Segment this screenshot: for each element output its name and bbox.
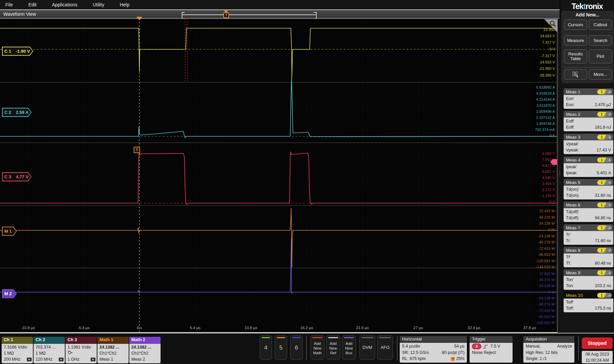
math-badge-m1[interactable]: M 1 — [2, 227, 17, 236]
channel-badge-c2[interactable]: C 22.59 A — [2, 108, 32, 117]
add-new-title: Add New... — [562, 12, 613, 17]
waveform-area: 29.221.95014.633 V7.317 V0 V-7.317 V-14.… — [0, 0, 560, 364]
datetime-display: 08 Aug 2023 11:00:24 AM — [582, 351, 613, 363]
dvm-button[interactable]: DVM — [359, 335, 375, 360]
svg-text:9.089 V: 9.089 V — [542, 151, 555, 155]
svg-text:-96.553 W: -96.553 W — [538, 253, 555, 257]
section-divider — [564, 67, 611, 67]
svg-text:10.8 µs: 10.8 µs — [245, 326, 257, 330]
meas-source-toggle[interactable]: 1 — [597, 135, 612, 140]
bandwidth-badge-icon: B — [91, 358, 95, 361]
acquisition-panel[interactable]: Acquisition Manual,Analyze High Res: 12 … — [523, 336, 574, 363]
add-new-ref-button[interactable]: Add New Ref — [326, 335, 340, 360]
meas-9-card[interactable]: Meas 91 Ton'Ton:103.2 ns — [564, 269, 613, 290]
svg-text:14.633 V: 14.633 V — [540, 34, 555, 38]
meas-3-card[interactable]: Meas 31 Vpeak'Vpeak:17.43 V — [564, 134, 613, 154]
ch1-settings-badge[interactable]: Ch 1 7.3166 V/div1 MΩ 200 MHzB — [2, 337, 33, 363]
meas-source-toggle[interactable]: 1 — [597, 270, 612, 275]
add-new-math-button[interactable]: Add New Math — [310, 335, 324, 360]
measure-button[interactable]: Measure — [564, 35, 587, 46]
channel-6-button[interactable]: 6 — [290, 335, 303, 360]
add-new-bus-button[interactable]: Add New Bus — [342, 335, 356, 360]
zoom-select-button[interactable] — [564, 69, 587, 80]
svg-text:-48.276 W: -48.276 W — [538, 302, 555, 306]
results-table-button[interactable]: Results Table — [564, 49, 587, 63]
meas-4-card[interactable]: Meas 41 Ipeak'Ipeak:5.401 A — [564, 156, 613, 177]
meas-source-toggle[interactable]: 1 — [597, 180, 612, 185]
svg-text:702.374 mA: 702.374 mA — [535, 128, 555, 132]
svg-text:-24.138 W: -24.138 W — [538, 234, 555, 238]
divider — [306, 336, 307, 360]
meas-source-toggle[interactable]: 1 — [597, 225, 612, 230]
meas-7-card[interactable]: Meas 71 Tr'Tr:71.60 ns — [564, 224, 613, 245]
meas-source-toggle[interactable]: 1 — [597, 248, 612, 253]
svg-text:32.4 µs: 32.4 µs — [468, 326, 480, 330]
svg-text:72.415 W: 72.415 W — [539, 272, 555, 276]
meas-source-toggle[interactable]: 1 — [597, 157, 612, 163]
oscilloscope-screen: File Edit Applications Utility Help Wave… — [0, 0, 614, 364]
divider — [397, 336, 397, 360]
ch3-settings-badge[interactable]: Ch 3 1.1361 V/div 1 GHzB — [65, 337, 97, 363]
svg-text:-120.691 W: -120.691 W — [536, 259, 555, 263]
meas-10-card[interactable]: Meas 101 Toff'Toff:175.3 ns — [564, 292, 613, 312]
meas-1-card[interactable]: Meas 11 Eon'Eon:2.470 µJ — [564, 88, 613, 109]
plot-button[interactable]: Plot — [589, 49, 612, 63]
cursors-button[interactable]: Cursors — [564, 19, 587, 30]
more-button[interactable]: More... — [589, 69, 612, 80]
svg-text:2.809496 A: 2.809496 A — [536, 109, 555, 113]
trigger-panel[interactable]: Trigger 3 7.5 V Noise Reject — [470, 336, 513, 363]
meas-source-toggle[interactable]: 1 — [597, 89, 612, 94]
afg-button[interactable]: AFG — [377, 335, 393, 360]
svg-text:5.4 µs: 5.4 µs — [190, 326, 201, 330]
svg-text:24.138 W: 24.138 W — [539, 284, 555, 288]
meas-8-card[interactable]: Meas 81 Tf'Tf:80.48 ns — [564, 247, 613, 267]
trigger-source-badge: 3 — [472, 344, 481, 349]
ch2-settings-badge[interactable]: Ch 2 702.374 ...1 MΩ 120 MHzB — [34, 337, 65, 363]
meas-2-card[interactable]: Meas 21 Eoff'Eoff:181.8 nJ — [564, 111, 613, 131]
svg-text:37.8 µs: 37.8 µs — [523, 326, 536, 330]
bottom-bar: Ch 1 7.3166 V/div1 MΩ 200 MHzB Ch 2 702.… — [0, 333, 614, 364]
callout-button[interactable]: Callout — [589, 19, 612, 30]
svg-text:48.276 W: 48.276 W — [539, 215, 555, 219]
math-badge-m2[interactable]: M 2 — [2, 289, 17, 298]
channel-4-button[interactable]: 4 — [260, 335, 272, 360]
svg-text:0 W: 0 W — [548, 290, 555, 294]
svg-text:21.6 µs: 21.6 µs — [356, 326, 369, 330]
meas-source-toggle[interactable]: 1 — [597, 202, 612, 208]
svg-text:3.408 V: 3.408 V — [542, 182, 555, 186]
search-button[interactable]: Search — [589, 35, 612, 46]
trigger-level-marker[interactable]: T — [134, 147, 140, 153]
bandwidth-badge-icon: B — [27, 358, 32, 361]
math1-settings-badge[interactable]: Math 1 24.1382 ...Ch1*Ch2 Meas 1 — [97, 337, 129, 363]
svg-text:-96.553 W: -96.553 W — [538, 315, 555, 319]
svg-text:0 W: 0 W — [548, 228, 555, 232]
svg-text:0 V: 0 V — [549, 47, 555, 51]
svg-text:0 V: 0 V — [549, 200, 555, 204]
rising-edge-icon — [482, 344, 489, 349]
svg-text:-10.8 µs: -10.8 µs — [21, 326, 35, 330]
svg-text:24.138 W: 24.138 W — [539, 221, 555, 225]
horizontal-panel[interactable]: Horizontal 5.4 µs/div54 µs SR: 12.5 GS/s… — [400, 336, 467, 363]
svg-text:48.276 W: 48.276 W — [539, 278, 555, 282]
svg-text:0 s: 0 s — [137, 326, 142, 330]
math2-settings-badge[interactable]: Math 2 24.1382 ...Ch1*Ch2 Meas 2 — [129, 337, 161, 363]
meas-6-card[interactable]: Meas 61 Td(off)'Td(off):94.80 ns — [564, 201, 613, 222]
channel-badge-c3[interactable]: C 34.77 V — [2, 172, 32, 181]
svg-text:4.545 V: 4.545 V — [542, 176, 555, 180]
svg-text:4.214244 A: 4.214244 A — [536, 97, 555, 101]
channel-5-button[interactable]: 5 — [275, 335, 287, 360]
meas-source-toggle[interactable]: 1 — [597, 112, 612, 117]
meas-5-card[interactable]: Meas 51 Td(on)'Td(on):31.60 ns — [564, 179, 613, 199]
svg-text:-72.415 W: -72.415 W — [538, 246, 555, 251]
panel-divider — [558, 18, 560, 364]
probe-icon — [68, 350, 73, 355]
meas-source-toggle[interactable]: 1 — [597, 293, 612, 298]
run-stop-status-button[interactable]: Stopped — [582, 337, 613, 349]
tektronix-logo: Tektronix — [560, 2, 614, 11]
svg-text:1.136 V: 1.136 V — [542, 194, 555, 198]
trigger-position-triangle[interactable] — [136, 17, 142, 20]
bandwidth-badge-icon: B — [59, 358, 63, 361]
side-panel: Tektronix Add New... Cursors Callout Mea… — [560, 0, 614, 364]
channel-badge-c1[interactable]: C 1-1.90 V — [2, 47, 33, 56]
svg-text:-5.4 µs: -5.4 µs — [78, 326, 90, 330]
